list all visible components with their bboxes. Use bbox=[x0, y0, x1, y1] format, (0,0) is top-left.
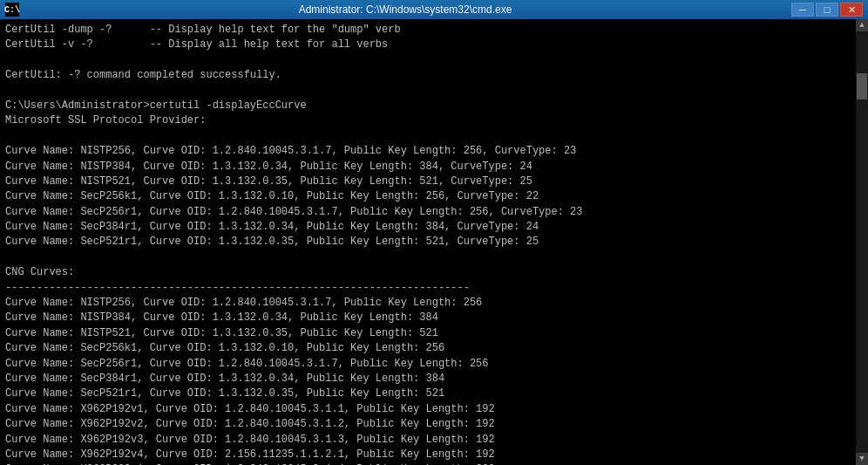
scroll-down-arrow[interactable]: ▼ bbox=[856, 453, 868, 465]
scroll-thumb[interactable] bbox=[857, 73, 867, 99]
cmd-icon: C:\ bbox=[5, 3, 19, 17]
terminal-window: CertUtil -dump -? -- Display help text f… bbox=[0, 19, 868, 465]
titlebar-buttons: ─ □ ✕ bbox=[791, 3, 863, 17]
terminal-output: CertUtil -dump -? -- Display help text f… bbox=[5, 23, 851, 462]
close-button[interactable]: ✕ bbox=[840, 3, 863, 17]
scroll-track bbox=[856, 31, 868, 453]
titlebar-title: Administrator: C:\Windows\system32\cmd.e… bbox=[19, 3, 791, 16]
scrollbar[interactable]: ▲ ▼ bbox=[856, 19, 868, 465]
maximize-button[interactable]: □ bbox=[816, 3, 838, 17]
scroll-up-arrow[interactable]: ▲ bbox=[856, 19, 868, 31]
minimize-button[interactable]: ─ bbox=[791, 3, 814, 17]
titlebar-left: C:\ bbox=[5, 3, 19, 17]
titlebar: C:\ Administrator: C:\Windows\system32\c… bbox=[0, 0, 868, 19]
